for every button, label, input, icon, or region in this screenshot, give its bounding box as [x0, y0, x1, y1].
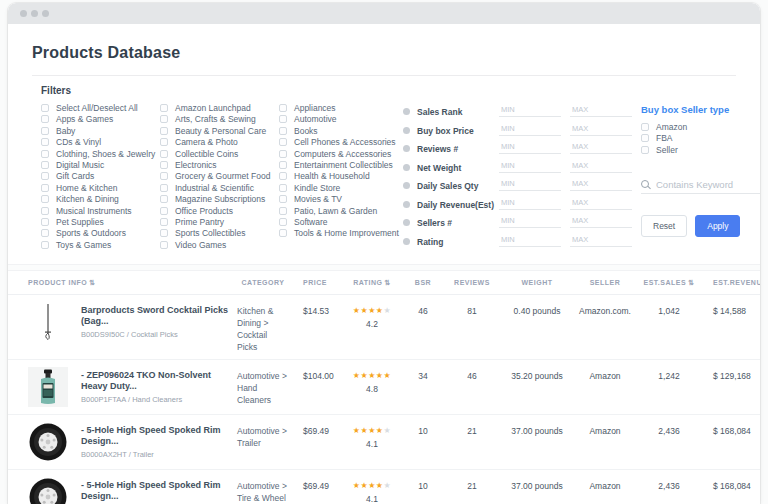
- min-input[interactable]: [499, 216, 561, 228]
- category-filter-item[interactable]: Gift Cards: [41, 172, 160, 180]
- info-icon[interactable]: [403, 201, 410, 208]
- checkbox[interactable]: [279, 172, 287, 180]
- category-cell[interactable]: Automotive > Trailer: [233, 415, 293, 469]
- category-filter-item[interactable]: Electronics: [160, 161, 279, 169]
- min-input[interactable]: [499, 161, 561, 173]
- category-filter-item[interactable]: Office Products: [160, 207, 279, 215]
- checkbox[interactable]: [279, 138, 287, 146]
- checkbox[interactable]: [41, 161, 49, 169]
- checkbox[interactable]: [160, 150, 168, 158]
- window-minimize-icon[interactable]: [31, 10, 38, 17]
- product-title[interactable]: - 5-Hole High Speed Spoked Rim Design...: [81, 480, 233, 502]
- checkbox[interactable]: [160, 184, 168, 192]
- category-filter-item[interactable]: Digital Music: [41, 161, 160, 169]
- category-filter-item[interactable]: Kitchen & Dining: [41, 195, 160, 203]
- checkbox[interactable]: [41, 127, 49, 135]
- checkbox[interactable]: [160, 172, 168, 180]
- info-icon[interactable]: [403, 108, 410, 115]
- category-filter-item[interactable]: Musical Instruments: [41, 207, 160, 215]
- seller-type-seller[interactable]: Seller: [641, 146, 760, 154]
- checkbox[interactable]: [160, 104, 168, 112]
- table-row[interactable]: - 5-Hole High Speed Spoked Rim Design...…: [8, 470, 760, 504]
- table-row[interactable]: - 5-Hole High Speed Spoked Rim Design...…: [8, 415, 760, 470]
- table-row[interactable]: Barproducts Sword Cocktail Picks (Bag...…: [8, 295, 760, 360]
- category-filter-item[interactable]: Cell Phones & Accessories: [279, 138, 403, 146]
- checkbox[interactable]: [41, 207, 49, 215]
- checkbox[interactable]: [279, 218, 287, 226]
- checkbox[interactable]: [279, 184, 287, 192]
- checkbox[interactable]: [41, 172, 49, 180]
- category-filter-item[interactable]: Apps & Games: [41, 115, 160, 123]
- category-filter-item[interactable]: Automotive: [279, 115, 403, 123]
- checkbox[interactable]: [641, 134, 649, 142]
- keyword-search[interactable]: [641, 179, 760, 194]
- category-filter-item[interactable]: Video Games: [160, 241, 279, 249]
- category-cell[interactable]: Automotive > Tire & Wheel Assemblies: [233, 470, 293, 504]
- window-close-icon[interactable]: [20, 10, 27, 17]
- min-input[interactable]: [499, 105, 561, 117]
- product-title[interactable]: - ZEP096024 TKO Non-Solvent Heavy Duty..…: [81, 370, 233, 392]
- checkbox[interactable]: [279, 229, 287, 237]
- max-input[interactable]: [570, 161, 632, 173]
- max-input[interactable]: [570, 216, 632, 228]
- category-filter-item[interactable]: Kindle Store: [279, 184, 403, 192]
- checkbox[interactable]: [41, 115, 49, 123]
- category-filter-item[interactable]: Select All/Deselect All: [41, 104, 160, 112]
- seller-type-amazon[interactable]: Amazon: [641, 123, 760, 131]
- category-filter-item[interactable]: Grocery & Gourmet Food: [160, 172, 279, 180]
- checkbox[interactable]: [641, 123, 649, 131]
- checkbox[interactable]: [41, 195, 49, 203]
- info-icon[interactable]: [403, 238, 410, 245]
- checkbox[interactable]: [160, 127, 168, 135]
- table-row[interactable]: - ZEP096024 TKO Non-Solvent Heavy Duty..…: [8, 360, 760, 415]
- reset-button[interactable]: Reset: [641, 215, 687, 237]
- category-cell[interactable]: Kitchen & Dining > Cocktail Picks: [233, 295, 293, 359]
- category-filter-item[interactable]: Camera & Photo: [160, 138, 279, 146]
- checkbox[interactable]: [160, 195, 168, 203]
- seller-type-fba[interactable]: FBA: [641, 134, 760, 142]
- header-rating[interactable]: RATING⇅: [341, 279, 403, 287]
- category-filter-item[interactable]: Pet Supplies: [41, 218, 160, 226]
- product-title[interactable]: - 5-Hole High Speed Spoked Rim Design...: [81, 425, 233, 447]
- min-input[interactable]: [499, 124, 561, 136]
- category-filter-item[interactable]: Arts, Crafts & Sewing: [160, 115, 279, 123]
- checkbox[interactable]: [41, 241, 49, 249]
- max-input[interactable]: [570, 124, 632, 136]
- header-est-sales[interactable]: EST.SALES⇅: [637, 279, 701, 287]
- category-filter-item[interactable]: Sports Collectibles: [160, 229, 279, 237]
- info-icon[interactable]: [403, 164, 410, 171]
- info-icon[interactable]: [403, 127, 410, 134]
- checkbox[interactable]: [41, 184, 49, 192]
- checkbox[interactable]: [41, 104, 49, 112]
- checkbox[interactable]: [160, 218, 168, 226]
- category-filter-item[interactable]: Tools & Home Improvement: [279, 229, 403, 237]
- checkbox[interactable]: [279, 104, 287, 112]
- apply-button[interactable]: Apply: [695, 215, 740, 237]
- category-filter-item[interactable]: Baby: [41, 127, 160, 135]
- category-filter-item[interactable]: Toys & Games: [41, 241, 160, 249]
- category-filter-item[interactable]: Software: [279, 218, 403, 226]
- header-product-info[interactable]: PRODUCT INFO⇅: [8, 279, 233, 287]
- sort-icon[interactable]: ⇅: [384, 279, 390, 286]
- header-est-revenue[interactable]: EST.REVENUE⇅: [701, 279, 760, 287]
- sort-icon[interactable]: ⇅: [89, 279, 95, 286]
- checkbox[interactable]: [41, 138, 49, 146]
- max-input[interactable]: [570, 235, 632, 247]
- max-input[interactable]: [570, 105, 632, 117]
- category-filter-item[interactable]: Magazine Subscriptions: [160, 195, 279, 203]
- info-icon[interactable]: [403, 182, 410, 189]
- category-filter-item[interactable]: Prime Pantry: [160, 218, 279, 226]
- checkbox[interactable]: [641, 146, 649, 154]
- info-icon[interactable]: [403, 145, 410, 152]
- category-filter-item[interactable]: Appliances: [279, 104, 403, 112]
- product-title[interactable]: Barproducts Sword Cocktail Picks (Bag...: [81, 305, 233, 327]
- sort-icon[interactable]: ⇅: [688, 279, 694, 286]
- checkbox[interactable]: [160, 229, 168, 237]
- category-filter-item[interactable]: Amazon Launchpad: [160, 104, 279, 112]
- min-input[interactable]: [499, 198, 561, 210]
- category-filter-item[interactable]: Health & Household: [279, 172, 403, 180]
- max-input[interactable]: [570, 142, 632, 154]
- max-input[interactable]: [570, 179, 632, 191]
- category-filter-item[interactable]: Sports & Outdoors: [41, 229, 160, 237]
- checkbox[interactable]: [41, 150, 49, 158]
